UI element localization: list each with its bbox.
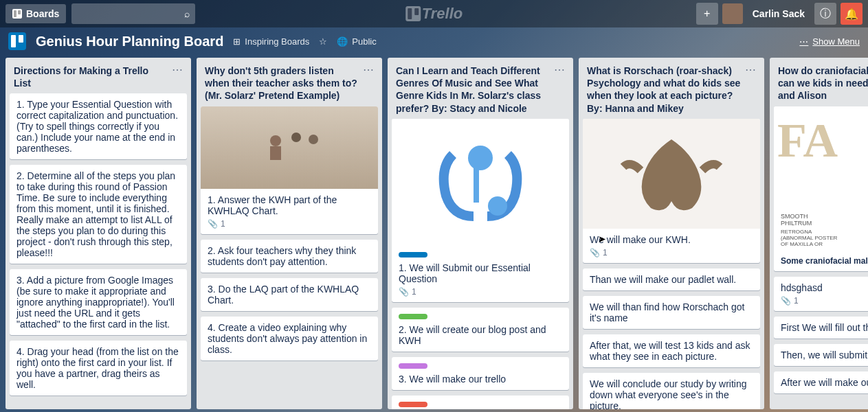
card[interactable]: 1. We will Submit our Essential Question… (392, 119, 569, 302)
bell-icon: 🔔 (845, 8, 858, 21)
list-title[interactable]: Why don't 5th graders listen when their … (205, 65, 359, 102)
sparkle-icon: ⊞ (233, 36, 241, 47)
trello-icon (12, 9, 22, 19)
info-icon: ⓘ (820, 7, 831, 21)
star-button[interactable]: ☆ (319, 36, 327, 47)
list: How do craniofacial happen and can we ki… (770, 58, 868, 409)
boards-button[interactable]: Boards (5, 4, 66, 23)
card[interactable]: 4. Create a video explaining why student… (201, 317, 378, 360)
svg-rect-1 (270, 146, 281, 160)
label-purple (399, 363, 427, 369)
label-blue (399, 252, 427, 258)
list: Can I Learn and Teach Different Genres O… (388, 58, 573, 409)
attachment-icon: 📎 (208, 219, 218, 229)
card[interactable]: 1. Type your Essential Question with cor… (10, 93, 187, 159)
svg-rect-6 (474, 161, 479, 203)
info-button[interactable]: ⓘ (814, 3, 836, 25)
card[interactable]: After that, we will test 13 kids and ask… (583, 334, 760, 367)
add-button[interactable]: + (696, 3, 718, 25)
attachment-icon: 📎 (781, 296, 791, 306)
board-canvas[interactable]: Directions for Making a Trello List ⋯ 1.… (0, 55, 868, 412)
notifications-button[interactable]: 🔔 (841, 3, 863, 25)
card[interactable]: First We will fill out the our KWHLAQ! (774, 317, 868, 339)
logo-text: Trello (422, 5, 463, 23)
card[interactable]: 3. Add a picture from Google Images (be … (10, 269, 187, 335)
card[interactable]: 2. We will create our blog post and KWH (392, 308, 569, 352)
list-menu-button[interactable]: ⋯ (359, 65, 374, 102)
card[interactable]: Than we will make our padlet wall. (583, 268, 760, 290)
boards-label: Boards (26, 8, 59, 19)
label-green (399, 314, 427, 319)
list-menu-button[interactable]: ⋯ (168, 65, 183, 89)
card-cover-image: FA SMOOTHPHILTRUM RETROGNA(ABNORMAL POST… (774, 106, 868, 251)
label-red (399, 402, 427, 407)
list: Directions for Making a Trello List ⋯ 1.… (5, 58, 191, 409)
board-title[interactable]: Genius Hour Planning Board (36, 34, 223, 49)
card-cover-image (201, 106, 378, 189)
list-title[interactable]: What is Rorschach (roar-shack) Psycholog… (587, 65, 741, 115)
search-icon: ⌕ (184, 8, 190, 19)
card[interactable]: 3. We will make our trello (392, 357, 569, 390)
card[interactable]: After we will make our (774, 371, 868, 393)
list-menu-button[interactable]: ⋯ (550, 65, 565, 115)
card[interactable]: FA SMOOTHPHILTRUM RETROGNA(ABNORMAL POST… (774, 106, 868, 271)
attachment-icon: 📎 (399, 287, 409, 297)
avatar[interactable] (722, 3, 743, 24)
card[interactable]: hdsghasd 📎1 (774, 277, 868, 311)
card[interactable]: 2. Determine all of the steps you plan t… (10, 165, 187, 264)
card[interactable]: 4. Drag your head (from the list on the … (10, 341, 187, 396)
svg-point-3 (309, 135, 318, 144)
card[interactable]: Then, we will submit question. (774, 344, 868, 366)
app-header: Boards ⌕ Trello + Carlin Sack ⓘ 🔔 (0, 0, 868, 27)
svg-point-2 (291, 133, 301, 142)
header-logo[interactable]: Trello (405, 5, 463, 23)
card[interactable]: 1. Answer the KWH part of the KWHLAQ Cha… (201, 106, 378, 234)
card[interactable]: 3. Do the LAQ part of the KWHLAQ Chart. (201, 278, 378, 311)
dots-icon: ⋯ (799, 36, 808, 47)
plus-icon: + (704, 8, 710, 20)
board-header: Genius Hour Planning Board ⊞ Inspiring B… (0, 27, 868, 55)
inspiring-boards-button[interactable]: ⊞ Inspiring Boards (233, 36, 309, 47)
card[interactable]: We will conclude our study by writing do… (583, 373, 760, 409)
list: Why don't 5th graders listen when their … (197, 58, 382, 409)
logo-icon (405, 6, 421, 21)
star-icon: ☆ (319, 36, 327, 47)
list-title[interactable]: Directions for Making a Trello List (14, 65, 168, 89)
card[interactable]: 4. We will make a website on (392, 396, 569, 409)
list-menu-button[interactable]: ⋯ (741, 65, 756, 115)
card-cover-image (392, 119, 569, 246)
list-title[interactable]: How do craniofacial happen and can we ki… (778, 65, 868, 102)
visibility-button[interactable]: 🌐 Public (337, 36, 376, 47)
svg-point-4 (468, 146, 493, 170)
show-menu-button[interactable]: ⋯ Show Menu (799, 36, 860, 47)
svg-point-5 (488, 196, 507, 216)
username-label: Carlin Sack (747, 8, 810, 19)
list: What is Rorschach (roar-shack) Psycholog… (579, 58, 764, 409)
card[interactable]: We will make our KWH. 📎1 (583, 119, 760, 263)
card[interactable]: 2. Ask four teachers why they think stud… (201, 240, 378, 273)
header-right: + Carlin Sack ⓘ 🔔 (696, 3, 863, 25)
board-logo-icon (8, 32, 26, 50)
cursor-icon: ➤ (598, 233, 606, 244)
search-input[interactable]: ⌕ (71, 3, 195, 24)
globe-icon: 🌐 (337, 36, 348, 47)
attachment-icon: 📎 (590, 248, 600, 258)
list-title[interactable]: Can I Learn and Teach Different Genres O… (396, 65, 550, 115)
card-cover-image (583, 119, 760, 229)
svg-point-0 (270, 135, 281, 146)
card[interactable]: We will than find how Rorschach got it's… (583, 296, 760, 329)
